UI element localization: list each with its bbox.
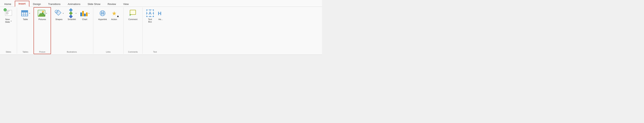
smartart-button[interactable]: ▼ SmartArt — [66, 8, 78, 21]
handle-bm — [150, 16, 151, 17]
smartart-visual — [70, 9, 72, 18]
comment-plus-icon: + — [129, 13, 131, 17]
shapes-arrow: ▼ — [62, 13, 64, 14]
smartart-icon — [67, 9, 75, 17]
textbox-visual: A — [146, 10, 154, 17]
slide-line — [6, 13, 9, 14]
group-links: Hyperlink ★ ▲ Action Links — [93, 7, 124, 54]
tab-home[interactable]: Home — [1, 1, 15, 7]
comment-button[interactable]: + Comment — [127, 8, 138, 21]
tab-view[interactable]: View — [120, 1, 132, 7]
illustrations-group-label: Illustrations — [50, 51, 93, 53]
group-picture: ▼ Pictures Picture — [34, 7, 51, 54]
table-button[interactable]: ▼ Table — [19, 8, 32, 21]
star-icon: ★ — [112, 10, 117, 17]
slides-items: + NewSlide ▼ — [2, 8, 14, 53]
table-icon-row: ▼ — [20, 9, 30, 17]
chart-icon-row: ▼ — [80, 9, 90, 17]
chart-button[interactable]: ▼ Chart — [79, 8, 91, 21]
header-svg: H — [157, 10, 164, 17]
tab-transitions[interactable]: Transitions — [44, 1, 64, 7]
cursor-icon: ▲ — [116, 14, 120, 18]
handle-bl — [146, 16, 148, 17]
slide-line — [6, 10, 10, 11]
action-button[interactable]: ★ ▲ Action — [109, 8, 120, 21]
handle-mr — [153, 13, 154, 14]
hyperlink-button[interactable]: Hyperlink — [97, 8, 108, 21]
comment-visual: + — [129, 10, 137, 17]
handle-tl — [146, 9, 148, 10]
svg-text:H: H — [158, 10, 162, 16]
pictures-icon-row: ▼ — [37, 9, 47, 17]
shapes-label: Shapes — [55, 18, 62, 21]
new-slide-icon: + — [4, 9, 13, 17]
pictures-icon — [37, 9, 46, 17]
textbox-button[interactable]: A TextBox — [145, 8, 156, 24]
table-cell — [26, 14, 28, 16]
comments-group-label: Comments — [124, 51, 142, 53]
links-group-label: Links — [93, 51, 124, 53]
chart-arrow: ▼ — [88, 13, 90, 14]
new-slide-label: NewSlide — [5, 18, 10, 23]
chart-bar-2 — [82, 11, 84, 16]
tab-design[interactable]: Design — [30, 1, 44, 7]
smartart-row — [70, 12, 72, 14]
table-arrow: ▼ — [29, 13, 30, 14]
action-icon: ★ ▲ — [110, 9, 118, 17]
smartart-label: SmartArt — [68, 18, 76, 21]
table-cell — [22, 10, 24, 12]
ribbon: Home Insert Design Transitions Animation… — [0, 0, 322, 55]
action-label: Action — [111, 18, 117, 21]
shapes-visual — [54, 9, 62, 17]
group-comments: + Comment Comments — [124, 7, 142, 54]
slide-line — [6, 11, 9, 12]
shapes-icon — [54, 9, 62, 17]
handle-br — [153, 16, 154, 17]
smartart-icon-row: ▼ — [67, 9, 77, 17]
tab-review[interactable]: Review — [104, 1, 120, 7]
hyperlink-label: Hyperlink — [98, 18, 107, 21]
tab-bar: Home Insert Design Transitions Animation… — [0, 0, 322, 7]
tables-items: ▼ Table — [19, 8, 32, 53]
new-slide-arrow: ▼ — [10, 20, 12, 22]
group-text: A TextBox H He... Text — [142, 7, 168, 54]
shapes-button[interactable]: ▼ Shapes — [53, 8, 65, 21]
tab-insert[interactable]: Insert — [15, 1, 30, 7]
table-grid — [21, 10, 28, 16]
plus-badge: + — [4, 8, 7, 11]
group-tables: ▼ Table Tables — [17, 7, 34, 54]
table-cell — [26, 10, 28, 12]
slide-line — [6, 14, 8, 14]
pictures-button[interactable]: ▼ Pictures — [36, 8, 48, 21]
hyperlink-icon — [98, 9, 107, 17]
tab-slideshow[interactable]: Slide Show — [84, 1, 104, 7]
table-cell — [24, 14, 26, 16]
textbox-label: TextBox — [148, 18, 152, 23]
chart-bar-1 — [80, 12, 82, 16]
handle-ml — [146, 13, 148, 14]
smartart-arrow: ▼ — [76, 13, 77, 14]
group-illustrations: ▼ Shapes — [50, 7, 93, 54]
pictures-label: Pictures — [38, 18, 46, 21]
header-label: He... — [158, 18, 163, 21]
handle-tm — [150, 9, 151, 10]
tab-animations[interactable]: Animations — [64, 1, 84, 7]
chart-bar-4 — [86, 12, 88, 16]
picture-items: ▼ Pictures — [36, 8, 48, 53]
mountain-icon-2 — [38, 13, 45, 16]
table-label: Table — [23, 18, 28, 21]
smartart-row — [70, 9, 72, 11]
pictures-arrow: ▼ — [46, 13, 47, 14]
table-cell — [24, 10, 26, 12]
comments-items: + Comment — [126, 8, 140, 53]
slides-group-label: Slides — [0, 51, 17, 53]
slide-line-group — [6, 11, 11, 14]
new-slide-button[interactable]: + NewSlide ▼ — [3, 8, 14, 24]
header-button[interactable]: H He... — [156, 8, 165, 21]
text-group-label: Text — [142, 51, 168, 53]
table-icon — [20, 9, 29, 17]
table-cell — [26, 12, 28, 14]
handle-tr — [153, 9, 154, 10]
illustrations-items: ▼ Shapes — [53, 8, 91, 53]
links-items: Hyperlink ★ ▲ Action — [96, 8, 121, 53]
